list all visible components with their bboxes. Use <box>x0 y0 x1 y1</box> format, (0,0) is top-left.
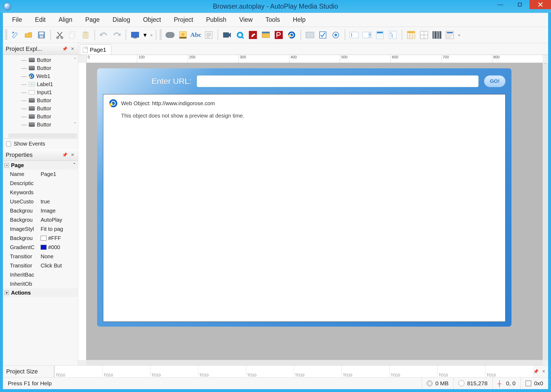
btn-icon <box>29 98 35 103</box>
tree-item[interactable]: —AbcLabel1 <box>6 80 77 88</box>
combobox-object-icon[interactable] <box>361 29 373 41</box>
quicktime-object-icon[interactable] <box>234 29 246 41</box>
pdf-object-icon[interactable] <box>273 29 284 41</box>
prop-group-page[interactable]: − Page ˆ <box>3 161 78 169</box>
checkbox-object-icon[interactable] <box>317 29 329 41</box>
cut-icon[interactable] <box>54 29 65 41</box>
collapse-icon[interactable]: − <box>5 163 9 167</box>
menu-file[interactable]: File <box>9 15 25 25</box>
input-object-icon[interactable] <box>348 29 360 41</box>
video-object-icon[interactable] <box>221 29 233 41</box>
prop-group-actions[interactable]: + Actions <box>3 288 78 297</box>
go-button[interactable]: GO! <box>484 75 506 87</box>
property-row[interactable]: BackgrouImage <box>3 206 78 215</box>
redo-icon[interactable] <box>111 29 122 41</box>
project-explorer-header[interactable]: Project Expl... 📌 ✕ <box>3 43 78 55</box>
label-object-icon[interactable]: Abc <box>190 29 202 41</box>
paragraph-object-icon[interactable] <box>203 29 214 41</box>
tab-page1[interactable]: Page1 <box>80 44 111 55</box>
copy-icon[interactable] <box>67 29 78 41</box>
menu-help[interactable]: Help <box>290 15 308 25</box>
paste-icon[interactable] <box>80 29 91 41</box>
barcode-object-icon[interactable] <box>431 29 443 41</box>
properties-pin-icon[interactable]: 📌 <box>62 152 68 158</box>
tree-item[interactable]: —Buttor <box>6 96 77 104</box>
maximize-button[interactable] <box>510 0 529 9</box>
menu-object[interactable]: Object <box>140 15 164 25</box>
tree-item[interactable]: —Buttor <box>6 112 77 121</box>
panel-pin-icon[interactable]: 📌 <box>62 46 68 52</box>
property-row[interactable]: GradientC#000 <box>3 243 78 252</box>
button-object-icon[interactable] <box>164 29 176 41</box>
new-icon[interactable] <box>10 29 21 41</box>
toolbar-overflow-icon[interactable]: » <box>150 33 153 37</box>
property-row[interactable]: Backgrou#FFF <box>3 234 78 243</box>
menu-edit[interactable]: Edit <box>32 15 48 25</box>
listbox-object-icon[interactable] <box>374 29 386 41</box>
web-object[interactable]: Web Object: http://www.indigorose.com Th… <box>103 94 506 322</box>
menu-dialog[interactable]: Dialog <box>110 15 133 25</box>
lbl-icon: Abc <box>29 82 35 86</box>
explorer-hscroll[interactable] <box>8 133 77 138</box>
radiobutton-object-icon[interactable] <box>330 29 341 41</box>
properties-header[interactable]: Properties 📌 ✕ <box>3 149 78 161</box>
vertical-scrollbar[interactable]: ˆ <box>543 63 548 360</box>
property-row[interactable]: UseCustotrue <box>3 197 78 206</box>
grid-object-icon[interactable] <box>405 29 417 41</box>
tree-item[interactable]: —Input1 <box>6 88 77 96</box>
menu-tools[interactable]: Tools <box>263 15 283 25</box>
menu-view[interactable]: View <box>236 15 255 25</box>
save-icon[interactable] <box>36 29 47 41</box>
tree-item[interactable]: —Buttor <box>6 64 77 72</box>
toolbar-grip[interactable] <box>5 30 7 40</box>
tree-item[interactable]: —Web1 <box>6 72 77 80</box>
flash-object-icon[interactable] <box>247 29 259 41</box>
toolbar-grip-2[interactable] <box>160 30 162 40</box>
canvas[interactable]: Enter URL: GO! Web Object: http://www.in… <box>86 63 543 360</box>
property-row[interactable]: InheritOb <box>3 279 78 288</box>
status-help: Press F1 for Help <box>8 380 52 387</box>
web-object-note: This object does not show a preview at d… <box>121 113 499 119</box>
svg-rect-53 <box>433 31 433 39</box>
properties-close-icon[interactable]: ✕ <box>69 152 75 158</box>
xbutton-object-icon[interactable] <box>304 29 316 41</box>
show-events-checkbox[interactable] <box>6 142 11 146</box>
web-object-icon[interactable] <box>286 29 297 41</box>
horizontal-scrollbar[interactable] <box>86 360 543 365</box>
toolbar-overflow-icon-2[interactable]: » <box>458 33 460 37</box>
grid2-object-icon[interactable] <box>418 29 430 41</box>
close-button[interactable]: ✕ <box>529 0 551 9</box>
property-row[interactable]: NamePage1 <box>3 169 78 179</box>
minimize-button[interactable]: — <box>491 0 510 9</box>
expand-icon[interactable]: + <box>5 291 9 295</box>
slideshow-object-icon[interactable] <box>260 29 271 41</box>
tree-item[interactable]: —Buttor ˆ <box>6 56 77 64</box>
undo-icon[interactable] <box>98 29 110 41</box>
property-row[interactable]: TransitiorNone <box>3 252 78 261</box>
tree-item[interactable]: —Buttor ˇ <box>6 121 77 129</box>
preview-icon[interactable] <box>129 29 141 41</box>
projectsize-pin-icon[interactable]: 📌 <box>533 369 539 374</box>
show-events-row[interactable]: Show Events <box>3 138 78 149</box>
image-object-icon[interactable] <box>177 29 189 41</box>
menu-page[interactable]: Page <box>83 15 103 25</box>
menu-align[interactable]: Align <box>56 15 75 25</box>
url-input[interactable] <box>197 75 479 87</box>
projectsize-close-icon[interactable]: ✕ <box>541 369 546 374</box>
dropdown-icon[interactable]: ▾ <box>142 29 148 41</box>
design-page[interactable]: Enter URL: GO! Web Object: http://www.in… <box>97 68 511 327</box>
richtext-object-icon[interactable] <box>444 29 455 41</box>
property-row[interactable]: ImageStylFit to pag <box>3 224 78 234</box>
url-label: Enter URL: <box>151 77 191 86</box>
property-row[interactable]: InheritBac <box>3 270 78 279</box>
property-row[interactable]: BackgrouAutoPlay <box>3 215 78 224</box>
open-icon[interactable] <box>23 29 34 41</box>
panel-close-icon[interactable]: ✕ <box>69 46 75 52</box>
menu-publish[interactable]: Publish <box>203 15 229 25</box>
property-row[interactable]: Keywords <box>3 188 78 197</box>
tree-object-icon[interactable] <box>387 29 398 41</box>
property-row[interactable]: TransitiorClick But <box>3 261 78 270</box>
menu-project[interactable]: Project <box>171 15 196 25</box>
tree-item[interactable]: —Buttor <box>6 104 77 112</box>
property-row[interactable]: Descriptic <box>3 179 78 188</box>
